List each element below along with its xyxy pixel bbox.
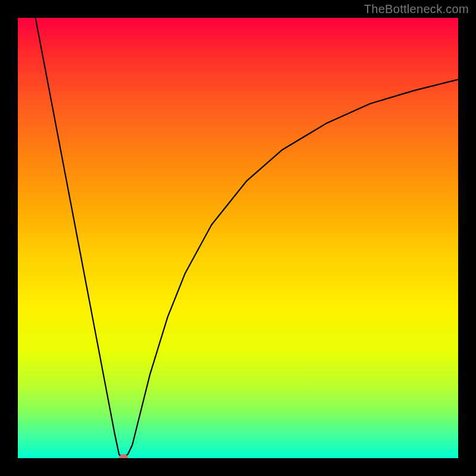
watermark-text: TheBottleneck.com	[364, 2, 469, 16]
curve-layer	[18, 18, 458, 458]
minimum-marker	[120, 455, 128, 458]
bottleneck-curve	[36, 18, 458, 458]
plot-area	[18, 18, 458, 458]
chart-frame: TheBottleneck.com	[0, 0, 476, 476]
